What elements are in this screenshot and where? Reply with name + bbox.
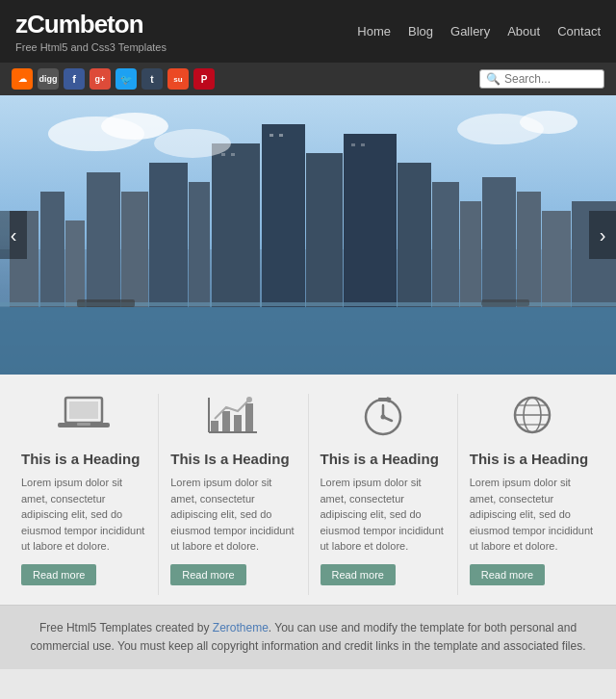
logo-subtitle: Free Html5 and Css3 Templates: [15, 41, 167, 53]
svg-point-32: [154, 129, 231, 158]
googleplus-icon[interactable]: g+: [90, 68, 111, 90]
pinterest-icon[interactable]: P: [193, 68, 215, 90]
svg-point-43: [246, 397, 252, 402]
svg-rect-41: [234, 415, 242, 432]
svg-rect-21: [221, 153, 225, 156]
nav-contact[interactable]: Contact: [557, 24, 601, 39]
svg-rect-10: [212, 143, 260, 307]
feature-item-2: This is a Heading Lorem ipsum dolor sit …: [309, 394, 458, 595]
feature-heading-2: This is a Heading: [321, 451, 439, 467]
feature-heading-3: This is a Heading: [470, 451, 588, 467]
svg-rect-22: [231, 153, 235, 156]
svg-rect-40: [222, 411, 230, 432]
logo-title: zCumbeton: [15, 10, 167, 39]
feature-text-2: Lorem ipsum dolor sit amet, consectetur …: [321, 475, 446, 555]
feature-item-1: This Is a Heading Lorem ipsum dolor sit …: [159, 394, 308, 595]
svg-rect-18: [517, 192, 541, 307]
svg-rect-1: [0, 307, 616, 375]
svg-rect-29: [481, 299, 529, 306]
svg-rect-17: [482, 177, 516, 307]
feature-item-0: This is a Heading Lorem ipsum dolor sit …: [10, 394, 159, 595]
svg-point-34: [520, 111, 578, 134]
svg-rect-39: [211, 421, 218, 432]
svg-rect-12: [306, 153, 343, 307]
social-bar: ☁ digg f g+ 🐦 t su P 🔍: [0, 63, 616, 95]
slider-next-button[interactable]: ›: [589, 211, 616, 259]
svg-rect-42: [245, 403, 253, 432]
header: zCumbeton Free Html5 and Css3 Templates …: [0, 0, 616, 63]
digg-icon[interactable]: digg: [38, 68, 59, 90]
features-section: This is a Heading Lorem ipsum dolor sit …: [0, 375, 616, 605]
stumbleupon-icon[interactable]: su: [167, 68, 189, 90]
svg-rect-8: [149, 163, 188, 307]
svg-rect-4: [40, 192, 64, 307]
search-input[interactable]: [504, 72, 598, 86]
feature-text-1: Lorem ipsum dolor sit amet, consectetur …: [170, 475, 295, 555]
read-more-button-1[interactable]: Read more: [170, 564, 245, 585]
svg-rect-38: [77, 423, 90, 426]
social-icons: ☁ digg f g+ 🐦 t su P: [12, 68, 215, 90]
svg-rect-28: [77, 299, 135, 307]
city-skyline: [0, 95, 616, 375]
svg-rect-24: [279, 134, 283, 137]
feature-heading-0: This is a Heading: [21, 451, 140, 467]
footer-link[interactable]: Zerotheme: [213, 621, 269, 634]
svg-rect-15: [432, 182, 459, 307]
read-more-button-3[interactable]: Read more: [470, 564, 545, 585]
slider-prev-button[interactable]: ‹: [0, 211, 27, 259]
search-wrap: 🔍: [479, 69, 604, 89]
feature-text-0: Lorem ipsum dolor sit amet, consectetur …: [21, 475, 146, 555]
svg-rect-36: [69, 401, 98, 419]
footer-text-before: Free Html5 Templates created by: [39, 621, 213, 634]
nav-home[interactable]: Home: [357, 24, 391, 39]
twitter-icon[interactable]: 🐦: [116, 68, 137, 90]
svg-rect-13: [344, 134, 397, 307]
tumblr-icon[interactable]: t: [141, 68, 163, 90]
feature-icon-2: [321, 394, 446, 443]
svg-rect-6: [87, 172, 120, 307]
feature-icon-3: [470, 394, 595, 443]
footer: Free Html5 Templates created by Zerothem…: [0, 605, 616, 669]
read-more-button-2[interactable]: Read more: [321, 564, 396, 585]
svg-rect-23: [270, 134, 273, 137]
feature-icon-0: [21, 394, 146, 443]
svg-point-31: [101, 113, 168, 140]
svg-rect-11: [262, 124, 305, 307]
svg-rect-7: [121, 192, 148, 307]
facebook-icon[interactable]: f: [64, 68, 85, 90]
main-nav: Home Blog Gallery About Contact: [357, 24, 601, 39]
svg-rect-14: [398, 163, 431, 307]
search-icon: 🔍: [486, 72, 500, 86]
svg-rect-5: [65, 220, 85, 307]
nav-blog[interactable]: Blog: [408, 24, 433, 39]
logo-block: zCumbeton Free Html5 and Css3 Templates: [15, 10, 167, 53]
nav-gallery[interactable]: Gallery: [450, 24, 490, 39]
svg-point-49: [380, 415, 385, 420]
hero-slider: ‹ ›: [0, 95, 616, 375]
rss-icon[interactable]: ☁: [12, 68, 33, 90]
svg-rect-9: [189, 182, 210, 307]
feature-item-3: This is a Heading Lorem ipsum dolor sit …: [458, 394, 606, 595]
svg-rect-26: [361, 143, 365, 146]
svg-rect-16: [460, 201, 481, 307]
nav-about[interactable]: About: [507, 24, 540, 39]
svg-rect-19: [542, 211, 571, 307]
feature-icon-1: [170, 394, 295, 443]
feature-heading-1: This Is a Heading: [170, 451, 289, 467]
feature-text-3: Lorem ipsum dolor sit amet, consectetur …: [470, 475, 595, 555]
svg-rect-25: [351, 143, 355, 146]
read-more-button-0[interactable]: Read more: [21, 564, 96, 585]
